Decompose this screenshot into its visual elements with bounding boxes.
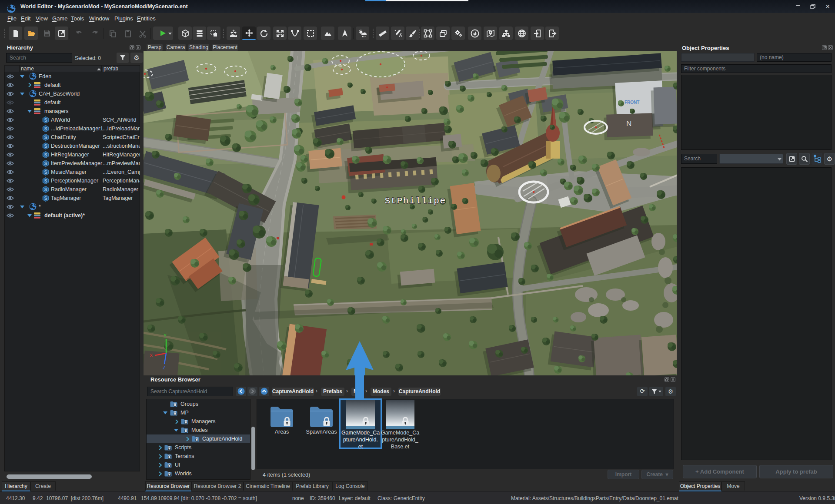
svg-text:S: S bbox=[44, 187, 47, 192]
svg-text:Z: Z bbox=[163, 365, 166, 370]
svg-text:FRONT: FRONT bbox=[625, 100, 639, 105]
svg-text:S: S bbox=[44, 196, 47, 201]
svg-text:Y: Y bbox=[164, 333, 167, 338]
svg-text:StPhillipe: StPhillipe bbox=[384, 196, 446, 206]
svg-text:S: S bbox=[44, 144, 47, 149]
svg-text:S: S bbox=[44, 170, 47, 175]
svg-text:S: S bbox=[44, 135, 47, 140]
svg-text:X: X bbox=[150, 353, 153, 358]
svg-text:S: S bbox=[44, 153, 47, 157]
svg-text:S: S bbox=[44, 179, 47, 183]
svg-text:S: S bbox=[44, 118, 47, 123]
svg-text:S: S bbox=[44, 126, 47, 131]
svg-text:N: N bbox=[626, 119, 631, 128]
svg-text:S: S bbox=[44, 161, 47, 166]
